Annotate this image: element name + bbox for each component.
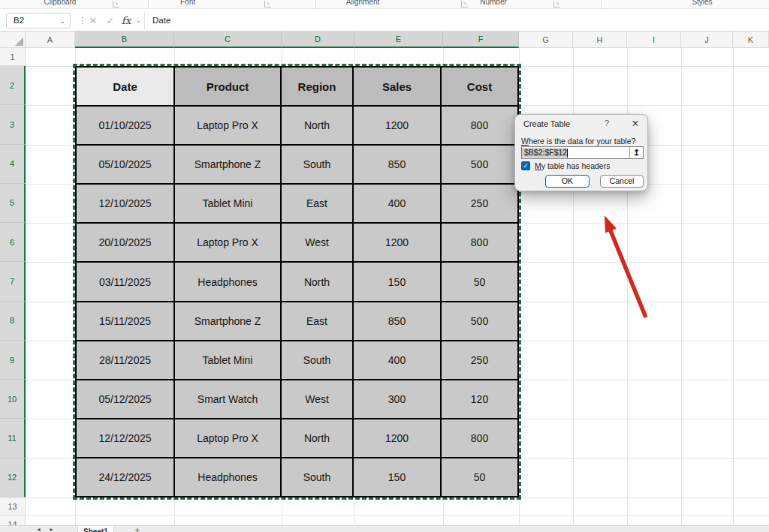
table-cell[interactable]: 800 — [442, 224, 517, 261]
table-cell[interactable]: North — [282, 107, 352, 144]
table-cell[interactable]: 500 — [442, 146, 517, 183]
table-cell[interactable]: Laptop Pro X — [175, 224, 280, 261]
table-cell[interactable]: 120 — [442, 380, 517, 418]
table-cell[interactable]: 05/12/2025 — [77, 380, 173, 418]
table-cell[interactable]: 300 — [354, 380, 440, 418]
name-box[interactable]: B2 ⌄ — [6, 13, 71, 29]
table-cell[interactable]: 500 — [442, 302, 517, 340]
column-header-k[interactable]: K — [733, 32, 769, 48]
table-cell[interactable]: 150 — [354, 263, 440, 300]
column-header-i[interactable]: I — [627, 32, 681, 48]
row-header-7[interactable]: 7 — [0, 262, 26, 301]
table-cell[interactable]: 800 — [442, 419, 517, 457]
column-header-d[interactable]: D — [282, 32, 354, 48]
row-header-5[interactable]: 5 — [0, 184, 26, 223]
help-icon[interactable]: ? — [602, 119, 612, 128]
row-header-9[interactable]: 9 — [0, 341, 26, 380]
name-box-chevron-icon[interactable]: ⌄ — [59, 14, 65, 29]
add-sheet-icon[interactable]: + — [135, 526, 140, 532]
table-cell[interactable]: Laptop Pro X — [175, 419, 280, 457]
row-header-12[interactable]: 12 — [0, 458, 26, 497]
table-cell[interactable]: East — [282, 302, 352, 340]
table-cell[interactable]: 250 — [442, 341, 517, 379]
table-cell[interactable]: 250 — [442, 185, 517, 222]
table-cell[interactable]: Smartphone Z — [175, 146, 280, 183]
table-cell[interactable]: 01/10/2025 — [77, 107, 173, 144]
sheet-tab-sheet1[interactable]: Sheet1 — [77, 526, 114, 532]
row-header-3[interactable]: 3 — [0, 105, 26, 144]
table-cell[interactable]: 850 — [354, 146, 440, 183]
table-cell[interactable]: West — [282, 224, 352, 261]
table-cell[interactable]: 20/10/2025 — [77, 224, 173, 261]
table-cell[interactable]: Headphones — [175, 458, 280, 496]
range-picker-icon[interactable]: ↥ — [629, 147, 643, 158]
table-cell[interactable]: North — [282, 419, 352, 457]
table-cell[interactable]: 03/11/2025 — [77, 263, 173, 300]
table-cell[interactable]: 28/11/2025 — [77, 341, 173, 379]
table-header-cell[interactable]: Date — [77, 68, 173, 105]
dialog-launcher-icon[interactable]: ↘ — [553, 1, 560, 8]
table-cell[interactable]: Tablet Mini — [175, 341, 280, 379]
table-cell[interactable]: 1200 — [354, 419, 440, 457]
table-cell[interactable]: West — [282, 380, 352, 418]
cancel-entry-icon[interactable]: ✕ — [86, 13, 101, 29]
row-header-10[interactable]: 10 — [0, 380, 26, 419]
table-cell[interactable]: 150 — [354, 458, 440, 496]
table-range-input[interactable]: $B$2:$F$12 ↥ — [521, 146, 644, 159]
table-cell[interactable]: 850 — [354, 302, 440, 340]
row-header-8[interactable]: 8 — [0, 302, 26, 341]
table-cell[interactable]: 400 — [354, 341, 440, 379]
table-cell[interactable]: 24/12/2025 — [77, 458, 173, 496]
table-header-cell[interactable]: Product — [175, 68, 280, 105]
table-cell[interactable]: East — [282, 185, 352, 222]
table-cell[interactable]: 50 — [442, 263, 517, 300]
table-cell[interactable]: 400 — [354, 185, 440, 222]
column-header-b[interactable]: B — [75, 32, 174, 48]
table-header-cell[interactable]: Sales — [354, 68, 440, 105]
column-header-e[interactable]: E — [354, 32, 443, 48]
table-cell[interactable]: 1200 — [354, 224, 440, 261]
row-header-6[interactable]: 6 — [0, 223, 26, 262]
table-cell[interactable]: South — [282, 341, 352, 379]
table-cell[interactable]: 15/11/2025 — [77, 302, 173, 340]
dialog-launcher-icon[interactable]: ↘ — [113, 1, 119, 8]
column-header-j[interactable]: J — [681, 32, 733, 48]
table-cell[interactable]: 12/10/2025 — [77, 185, 173, 222]
table-cell[interactable]: Smartphone Z — [175, 302, 280, 340]
table-cell[interactable]: South — [282, 458, 352, 496]
formula-bar-content[interactable]: Date — [152, 13, 170, 29]
ok-button[interactable]: OK — [545, 175, 590, 188]
dialog-launcher-icon[interactable]: ↘ — [264, 1, 271, 8]
column-header-f[interactable]: F — [443, 32, 519, 48]
row-header-4[interactable]: 4 — [0, 145, 26, 184]
row-header-1[interactable]: 1 — [0, 48, 26, 66]
table-cell[interactable]: 12/12/2025 — [77, 419, 173, 457]
table-cell[interactable]: Tablet Mini — [175, 185, 280, 222]
column-header-c[interactable]: C — [174, 32, 282, 48]
row-header-2[interactable]: 2 — [0, 66, 26, 105]
table-cell[interactable]: 800 — [442, 107, 517, 144]
table-cell[interactable]: 05/10/2025 — [77, 146, 173, 183]
row-header-14[interactable]: 14 — [0, 515, 26, 525]
close-icon[interactable]: ✕ — [629, 118, 641, 129]
select-all-corner[interactable] — [0, 32, 26, 48]
my-table-has-headers-checkbox[interactable]: ✓ — [521, 161, 530, 170]
enter-entry-icon[interactable]: ✓ — [103, 13, 118, 29]
table-header-cell[interactable]: Cost — [442, 68, 517, 105]
column-header-g[interactable]: G — [519, 32, 573, 48]
table-header-cell[interactable]: Region — [282, 68, 352, 105]
table-cell[interactable]: Smart Watch — [175, 380, 280, 418]
table-cell[interactable]: Headphones — [175, 263, 280, 300]
table-cell[interactable]: Laptop Pro X — [175, 107, 280, 144]
column-header-a[interactable]: A — [26, 32, 75, 48]
table-cell[interactable]: 1200 — [354, 107, 440, 144]
sheet-nav-arrows-icon[interactable]: ◄► — [36, 527, 62, 532]
cancel-button[interactable]: Cancel — [600, 175, 644, 188]
table-cell[interactable]: North — [282, 263, 352, 300]
table-cell[interactable]: 50 — [442, 458, 517, 496]
row-header-13[interactable]: 13 — [0, 497, 26, 515]
dialog-launcher-icon[interactable]: ↘ — [461, 1, 468, 8]
row-header-11[interactable]: 11 — [0, 419, 26, 458]
table-cell[interactable]: South — [282, 146, 352, 183]
column-header-h[interactable]: H — [573, 32, 627, 48]
